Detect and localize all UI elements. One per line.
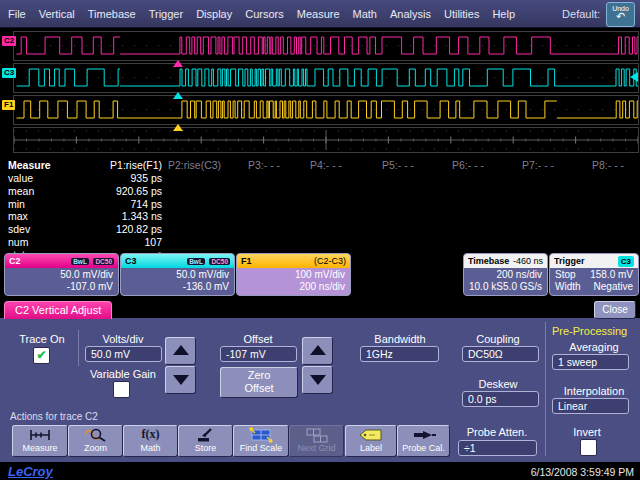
store-button[interactable]: Store	[178, 425, 233, 457]
c3-trigger-position-marker[interactable]	[173, 92, 183, 99]
measure-col-p1[interactable]: P1:rise(F1)	[60, 159, 162, 171]
tab-c2-vertical-adjust[interactable]: C2 Vertical Adjust	[4, 301, 112, 319]
probe-atten-field[interactable]: ÷1	[458, 440, 537, 456]
math-button-label: Math	[124, 443, 177, 453]
menu-item-trigger[interactable]: Trigger	[149, 8, 183, 20]
menu-item-help[interactable]: Help	[492, 8, 515, 20]
probe-cal--button[interactable]: Probe Cal.	[397, 425, 450, 457]
group-separator	[78, 330, 79, 366]
trigger-level-arrow[interactable]	[630, 72, 638, 82]
trace-on-label: Trace On	[12, 333, 72, 345]
c3-volts-per-div: 50.0 mV/div	[126, 269, 229, 281]
math-icon: f(x)	[124, 426, 177, 443]
measure-button[interactable]: Measure	[12, 425, 68, 457]
c3-offset-readout: -136.0 mV	[126, 281, 229, 293]
timebase-descriptor-box[interactable]: Timebase -460 ns 200 ns/div 10.0 kS 5.0 …	[463, 253, 548, 296]
menu-item-display[interactable]: Display	[196, 8, 232, 20]
c2-dc50-badge: DC50	[93, 258, 114, 265]
volts-div-field[interactable]: 50.0 mV	[85, 346, 162, 362]
undo-button[interactable]: Undo ↶	[606, 2, 635, 27]
volts-div-label: Volts/div	[85, 333, 161, 345]
offset-down-button[interactable]	[302, 366, 333, 394]
label-button[interactable]: Label	[345, 425, 397, 457]
variable-gain-checkbox[interactable]	[113, 381, 130, 398]
trigger-type: Width	[555, 281, 581, 293]
measure-col-p8[interactable]: P8:- - -	[592, 159, 624, 171]
trigger-level: 158.0 mV	[590, 269, 633, 281]
deskew-field[interactable]: 0.0 ps	[462, 391, 539, 407]
grid-c2	[13, 31, 639, 61]
timebase-name: Timebase	[468, 256, 509, 267]
measure-col-p6[interactable]: P6:- - -	[452, 159, 484, 171]
f1-volts-per-div: 100 mV/div	[242, 269, 345, 281]
trace-on-checkbox[interactable]: ✔	[33, 347, 50, 364]
undo-icon: ↶	[607, 11, 634, 22]
label-button-label: Label	[346, 443, 396, 453]
c3-trace-label[interactable]: C3	[2, 68, 16, 78]
invert-checkbox[interactable]	[580, 439, 597, 456]
zoom-button-label: Zoom	[69, 443, 122, 453]
zoom-button[interactable]: Zoom	[68, 425, 123, 457]
offset-label: Offset	[220, 333, 296, 345]
f1-descriptor-box[interactable]: F1 (C2-C3) 100 mV/div 200 ns/div	[236, 253, 351, 296]
menu-item-file[interactable]: File	[8, 8, 26, 20]
volts-div-down-button[interactable]	[165, 366, 196, 394]
interpolation-field[interactable]: Linear	[552, 398, 629, 414]
label-icon	[346, 426, 396, 443]
measure-col-p5[interactable]: P5:- - -	[382, 159, 414, 171]
trigger-descriptor-box[interactable]: Trigger C3 Stop 158.0 mV Width Negative	[549, 253, 639, 296]
c3-bwl-badge: BwL	[187, 258, 205, 265]
timebase-rate: 5.0 GS/s	[503, 281, 542, 293]
measure-p1-mean: 920.65 ps	[60, 185, 162, 197]
f1-trigger-position-marker[interactable]	[173, 124, 183, 131]
f1-waveform	[14, 96, 638, 124]
grid-empty	[13, 127, 639, 153]
averaging-field[interactable]: 1 sweep	[552, 354, 629, 370]
c2-vertical-adjust-dialog: C2 Vertical Adjust Close Trace On ✔ Volt…	[0, 300, 640, 464]
c3-descriptor-box[interactable]: C3 BwL DC50 50.0 mV/div -136.0 mV	[120, 253, 235, 296]
measure-col-p4[interactable]: P4:- - -	[310, 159, 342, 171]
offset-field[interactable]: -107 mV	[220, 346, 297, 362]
f1-source: (C2-C3)	[314, 256, 346, 267]
measure-col-p2[interactable]: P2:rise(C3)	[168, 159, 221, 171]
menu-item-math[interactable]: Math	[353, 8, 377, 20]
timebase-samples: 10.0 kS	[469, 281, 503, 293]
measure-col-p7[interactable]: P7:- - -	[522, 159, 554, 171]
menu-item-measure[interactable]: Measure	[297, 8, 340, 20]
measure-col-p3[interactable]: P3:- - -	[248, 159, 280, 171]
coupling-field[interactable]: DC50Ω	[462, 346, 539, 362]
c2-trace-label[interactable]: C2	[2, 36, 16, 46]
menu-item-utilities[interactable]: Utilities	[444, 8, 479, 20]
preprocessing-separator	[545, 322, 546, 456]
probe-atten-label: Probe Atten.	[455, 426, 539, 438]
math-button[interactable]: f(x)Math	[123, 425, 178, 457]
menu-item-vertical[interactable]: Vertical	[39, 8, 75, 20]
trigger-mode: Stop	[555, 269, 576, 281]
c2-descriptor-box[interactable]: C2 BwL DC50 50.0 mV/div -107.0 mV	[4, 253, 119, 296]
close-button[interactable]: Close	[594, 301, 636, 319]
measure-icon	[13, 426, 67, 443]
measure-row-label-num: num	[8, 236, 28, 248]
measure-p1-value: 935 ps	[60, 172, 162, 184]
find-scale-button[interactable]: Find Scale	[233, 425, 289, 457]
f1-trace-label[interactable]: F1	[2, 100, 15, 110]
c2-bwl-badge: BwL	[71, 258, 89, 265]
c3-dc50-badge: DC50	[209, 258, 230, 265]
c3-descriptor-name: C3	[125, 256, 137, 267]
c2-trigger-position-marker[interactable]	[173, 60, 183, 67]
c3-waveform	[14, 64, 638, 92]
offset-up-button[interactable]	[302, 337, 333, 365]
volts-div-up-button[interactable]	[165, 337, 196, 365]
c2-descriptor-name: C2	[9, 256, 21, 267]
timebase-delay: -460 ns	[513, 256, 543, 267]
next-grid-icon	[290, 426, 343, 443]
menu-item-analysis[interactable]: Analysis	[390, 8, 431, 20]
bandwidth-field[interactable]: 1GHz	[360, 346, 439, 362]
menu-item-timebase[interactable]: Timebase	[88, 8, 136, 20]
probe-cal-icon	[398, 426, 449, 443]
menu-item-cursors[interactable]: Cursors	[245, 8, 284, 20]
measure-row-label-min: min	[8, 198, 25, 210]
zero-offset-button[interactable]: Zero Offset	[220, 367, 298, 398]
measure-row-label-sdev: sdev	[8, 223, 30, 235]
coupling-label: Coupling	[460, 333, 536, 345]
